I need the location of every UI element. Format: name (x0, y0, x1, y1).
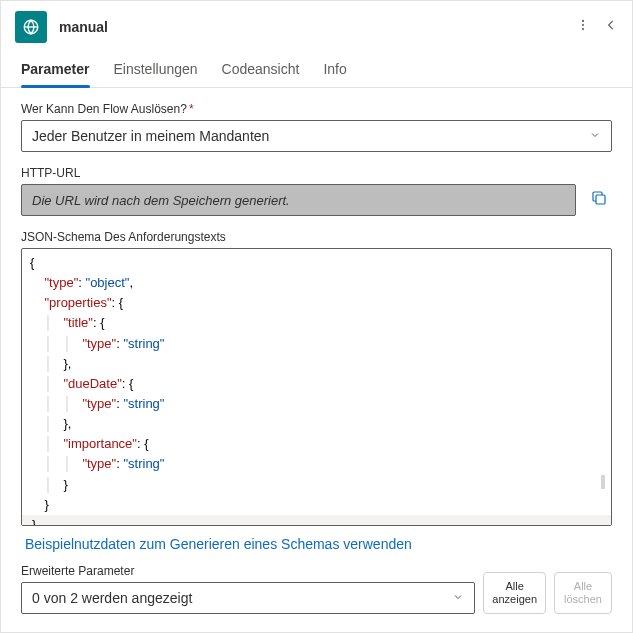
card-header: manual (1, 1, 632, 49)
tab-content: Wer Kann Den Flow Auslösen?* Jeder Benut… (1, 88, 632, 632)
more-icon[interactable] (576, 18, 590, 36)
chevron-down-icon (452, 590, 464, 606)
advanced-params-value: 0 von 2 werden angezeigt (32, 590, 192, 606)
trigger-select-value: Jeder Benutzer in meinem Mandanten (32, 128, 269, 144)
json-schema-editor[interactable]: { "type": "object", "properties": { │ "t… (21, 248, 612, 526)
advanced-params-select[interactable]: 0 von 2 werden angezeigt (21, 582, 475, 614)
required-asterisk: * (189, 102, 194, 116)
tab-bar: Parameter Einstellungen Codeansicht Info (1, 49, 632, 88)
chevron-down-icon (589, 128, 601, 144)
schema-label: JSON-Schema Des Anforderungstexts (21, 230, 612, 244)
collapse-icon[interactable] (604, 18, 618, 36)
tab-info[interactable]: Info (323, 55, 346, 87)
svg-rect-4 (596, 195, 605, 204)
http-url-placeholder: Die URL wird nach dem Speichern generier… (32, 193, 290, 208)
show-all-button[interactable]: Alle anzeigen (483, 572, 546, 614)
http-url-field: Die URL wird nach dem Speichern generier… (21, 184, 576, 216)
trigger-select[interactable]: Jeder Benutzer in meinem Mandanten (21, 120, 612, 152)
svg-point-3 (582, 28, 584, 30)
tab-codeansicht[interactable]: Codeansicht (222, 55, 300, 87)
globe-icon (15, 11, 47, 43)
tab-einstellungen[interactable]: Einstellungen (114, 55, 198, 87)
tab-parameter[interactable]: Parameter (21, 55, 90, 87)
trigger-label: Wer Kann Den Flow Auslösen?* (21, 102, 612, 116)
use-sample-payload-link[interactable]: Beispielnutzdaten zum Generieren eines S… (21, 526, 416, 560)
http-url-label: HTTP-URL (21, 166, 612, 180)
copy-url-button[interactable] (586, 185, 612, 215)
advanced-label: Erweiterte Parameter (21, 564, 475, 578)
clear-all-button: Alle löschen (554, 572, 612, 614)
editor-cursor (601, 475, 605, 489)
svg-point-2 (582, 24, 584, 26)
svg-point-1 (582, 20, 584, 22)
card-title: manual (59, 19, 564, 35)
